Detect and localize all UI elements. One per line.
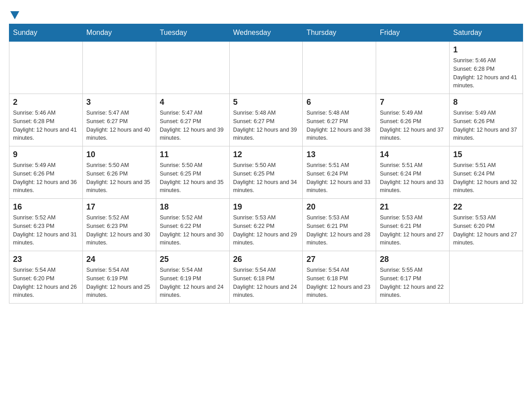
day-info: Sunrise: 5:54 AM Sunset: 6:18 PM Dayligh… [233,266,299,300]
day-info: Sunrise: 5:46 AM Sunset: 6:28 PM Dayligh… [13,109,79,142]
day-info: Sunrise: 5:49 AM Sunset: 6:26 PM Dayligh… [13,161,79,195]
day-info: Sunrise: 5:50 AM Sunset: 6:25 PM Dayligh… [233,161,299,195]
calendar-cell [82,42,156,94]
day-number: 24 [86,255,152,264]
calendar-week-row: 23Sunrise: 5:54 AM Sunset: 6:20 PM Dayli… [9,251,523,304]
day-info: Sunrise: 5:47 AM Sunset: 6:27 PM Dayligh… [86,109,152,142]
day-info: Sunrise: 5:51 AM Sunset: 6:24 PM Dayligh… [380,161,446,195]
day-info: Sunrise: 5:48 AM Sunset: 6:27 PM Dayligh… [233,109,299,142]
calendar-cell: 4Sunrise: 5:47 AM Sunset: 6:27 PM Daylig… [156,94,229,146]
day-number: 15 [453,150,519,159]
calendar-cell: 23Sunrise: 5:54 AM Sunset: 6:20 PM Dayli… [9,251,83,304]
calendar-cell: 21Sunrise: 5:53 AM Sunset: 6:21 PM Dayli… [376,199,450,251]
day-info: Sunrise: 5:52 AM Sunset: 6:23 PM Dayligh… [13,214,79,247]
day-number: 14 [380,150,446,159]
calendar-week-row: 9Sunrise: 5:49 AM Sunset: 6:26 PM Daylig… [9,146,523,199]
calendar-cell: 1Sunrise: 5:46 AM Sunset: 6:28 PM Daylig… [450,42,523,94]
day-info: Sunrise: 5:53 AM Sunset: 6:22 PM Dayligh… [233,214,299,247]
calendar-cell: 20Sunrise: 5:53 AM Sunset: 6:21 PM Dayli… [303,199,376,251]
day-info: Sunrise: 5:49 AM Sunset: 6:26 PM Dayligh… [380,109,446,142]
day-info: Sunrise: 5:54 AM Sunset: 6:19 PM Dayligh… [160,266,226,300]
day-number: 26 [233,255,299,264]
day-number: 5 [233,98,299,107]
calendar-cell: 19Sunrise: 5:53 AM Sunset: 6:22 PM Dayli… [229,199,303,251]
day-info: Sunrise: 5:48 AM Sunset: 6:27 PM Dayligh… [306,109,372,142]
logo [9,9,19,19]
day-info: Sunrise: 5:49 AM Sunset: 6:26 PM Dayligh… [453,109,519,142]
day-number: 7 [380,98,446,107]
weekday-header-wednesday: Wednesday [229,24,303,42]
calendar-cell: 3Sunrise: 5:47 AM Sunset: 6:27 PM Daylig… [82,94,156,146]
day-number: 2 [13,98,79,107]
day-number: 4 [160,98,226,107]
weekday-header-monday: Monday [82,24,156,42]
day-number: 23 [13,255,79,264]
weekday-header-tuesday: Tuesday [156,24,229,42]
calendar-cell [156,42,229,94]
page-header [9,9,523,19]
day-info: Sunrise: 5:54 AM Sunset: 6:20 PM Dayligh… [13,266,79,300]
day-number: 12 [233,150,299,159]
calendar-week-row: 16Sunrise: 5:52 AM Sunset: 6:23 PM Dayli… [9,199,523,251]
day-number: 9 [13,150,79,159]
calendar-cell [9,42,83,94]
day-number: 20 [306,202,372,212]
day-info: Sunrise: 5:46 AM Sunset: 6:28 PM Dayligh… [453,56,519,90]
calendar-cell: 22Sunrise: 5:53 AM Sunset: 6:20 PM Dayli… [450,199,523,251]
day-number: 27 [306,255,372,264]
day-info: Sunrise: 5:47 AM Sunset: 6:27 PM Dayligh… [160,109,226,142]
day-number: 10 [86,150,152,159]
calendar-table: SundayMondayTuesdayWednesdayThursdayFrid… [9,24,523,304]
day-number: 8 [453,98,519,107]
calendar-cell: 12Sunrise: 5:50 AM Sunset: 6:25 PM Dayli… [229,146,303,199]
day-info: Sunrise: 5:50 AM Sunset: 6:26 PM Dayligh… [86,161,152,195]
day-info: Sunrise: 5:53 AM Sunset: 6:21 PM Dayligh… [306,214,372,247]
day-number: 19 [233,202,299,212]
weekday-header-saturday: Saturday [450,24,523,42]
day-info: Sunrise: 5:51 AM Sunset: 6:24 PM Dayligh… [306,161,372,195]
day-number: 16 [13,202,79,212]
day-info: Sunrise: 5:52 AM Sunset: 6:23 PM Dayligh… [86,214,152,247]
calendar-cell: 24Sunrise: 5:54 AM Sunset: 6:19 PM Dayli… [82,251,156,304]
day-info: Sunrise: 5:51 AM Sunset: 6:24 PM Dayligh… [453,161,519,195]
calendar-cell: 17Sunrise: 5:52 AM Sunset: 6:23 PM Dayli… [82,199,156,251]
calendar-cell: 16Sunrise: 5:52 AM Sunset: 6:23 PM Dayli… [9,199,83,251]
calendar-cell: 13Sunrise: 5:51 AM Sunset: 6:24 PM Dayli… [303,146,376,199]
logo-triangle-icon [10,11,19,19]
calendar-cell: 14Sunrise: 5:51 AM Sunset: 6:24 PM Dayli… [376,146,450,199]
day-number: 13 [306,150,372,159]
weekday-header-friday: Friday [376,24,450,42]
day-info: Sunrise: 5:55 AM Sunset: 6:17 PM Dayligh… [380,266,446,300]
calendar-cell [229,42,303,94]
day-info: Sunrise: 5:54 AM Sunset: 6:18 PM Dayligh… [306,266,372,300]
weekday-header-row: SundayMondayTuesdayWednesdayThursdayFrid… [9,24,523,42]
day-info: Sunrise: 5:52 AM Sunset: 6:22 PM Dayligh… [160,214,226,247]
day-number: 18 [160,202,226,212]
day-number: 25 [160,255,226,264]
calendar-cell: 25Sunrise: 5:54 AM Sunset: 6:19 PM Dayli… [156,251,229,304]
calendar-cell: 11Sunrise: 5:50 AM Sunset: 6:25 PM Dayli… [156,146,229,199]
day-info: Sunrise: 5:50 AM Sunset: 6:25 PM Dayligh… [160,161,226,195]
day-number: 21 [380,202,446,212]
calendar-cell [450,251,523,304]
day-info: Sunrise: 5:53 AM Sunset: 6:20 PM Dayligh… [453,214,519,247]
calendar-cell: 10Sunrise: 5:50 AM Sunset: 6:26 PM Dayli… [82,146,156,199]
calendar-cell [376,42,450,94]
calendar-cell: 9Sunrise: 5:49 AM Sunset: 6:26 PM Daylig… [9,146,83,199]
day-info: Sunrise: 5:54 AM Sunset: 6:19 PM Dayligh… [86,266,152,300]
calendar-cell: 26Sunrise: 5:54 AM Sunset: 6:18 PM Dayli… [229,251,303,304]
day-number: 11 [160,150,226,159]
day-number: 1 [453,45,519,55]
calendar-week-row: 1Sunrise: 5:46 AM Sunset: 6:28 PM Daylig… [9,42,523,94]
calendar-cell: 27Sunrise: 5:54 AM Sunset: 6:18 PM Dayli… [303,251,376,304]
calendar-cell: 7Sunrise: 5:49 AM Sunset: 6:26 PM Daylig… [376,94,450,146]
day-number: 3 [86,98,152,107]
weekday-header-thursday: Thursday [303,24,376,42]
calendar-cell: 6Sunrise: 5:48 AM Sunset: 6:27 PM Daylig… [303,94,376,146]
day-info: Sunrise: 5:53 AM Sunset: 6:21 PM Dayligh… [380,214,446,247]
weekday-header-sunday: Sunday [9,24,83,42]
calendar-cell: 8Sunrise: 5:49 AM Sunset: 6:26 PM Daylig… [450,94,523,146]
calendar-week-row: 2Sunrise: 5:46 AM Sunset: 6:28 PM Daylig… [9,94,523,146]
day-number: 22 [453,202,519,212]
day-number: 28 [380,255,446,264]
